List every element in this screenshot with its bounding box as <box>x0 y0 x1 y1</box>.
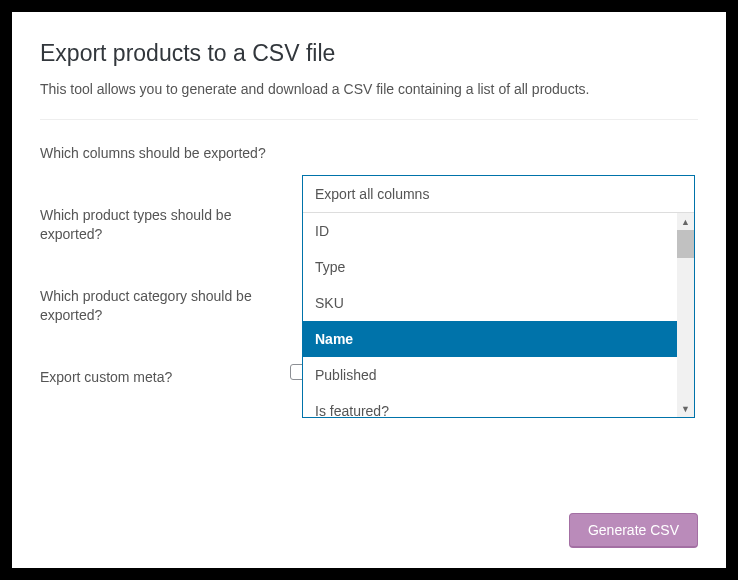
dropdown-option-id[interactable]: ID <box>303 213 694 249</box>
export-panel: Export products to a CSV file This tool … <box>12 12 726 568</box>
row-columns: Which columns should be exported? <box>40 140 698 164</box>
dropdown-option-type[interactable]: Type <box>303 249 694 285</box>
divider <box>40 119 698 120</box>
label-types: Which product types should be exported? <box>40 202 290 245</box>
scroll-down-icon[interactable]: ▼ <box>677 400 694 417</box>
dropdown-listwrap: ID Type SKU Name Published Is featured? … <box>303 213 694 417</box>
dropdown-option-sku[interactable]: SKU <box>303 285 694 321</box>
scroll-up-icon[interactable]: ▲ <box>677 213 694 230</box>
footer: Generate CSV <box>569 513 698 548</box>
page-description: This tool allows you to generate and dow… <box>40 81 698 97</box>
dropdown-option-name[interactable]: Name <box>303 321 694 357</box>
dropdown-selected[interactable]: Export all columns <box>303 176 694 213</box>
columns-dropdown[interactable]: Export all columns ID Type SKU Name Publ… <box>302 175 695 418</box>
dropdown-option-featured[interactable]: Is featured? <box>303 393 694 417</box>
generate-csv-button[interactable]: Generate CSV <box>569 513 698 548</box>
dropdown-option-published[interactable]: Published <box>303 357 694 393</box>
dropdown-list: ID Type SKU Name Published Is featured? <box>303 213 694 417</box>
label-meta: Export custom meta? <box>40 364 290 388</box>
page-title: Export products to a CSV file <box>40 40 698 67</box>
label-columns: Which columns should be exported? <box>40 140 290 164</box>
dropdown-scrollbar[interactable]: ▲ ▼ <box>677 213 694 417</box>
scroll-thumb[interactable] <box>677 230 694 258</box>
label-category: Which product category should be exporte… <box>40 283 290 326</box>
